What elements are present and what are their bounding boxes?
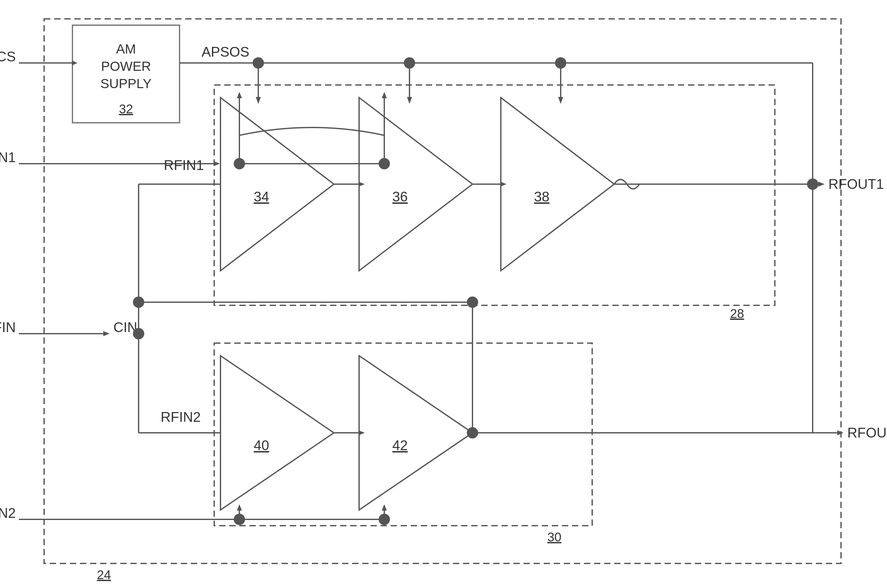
label-30: 30 (547, 530, 562, 544)
label-38: 38 (534, 189, 550, 204)
label-28: 28 (730, 307, 744, 321)
am-power-supply-label: AM (116, 42, 136, 56)
apscs-label: APSCS (0, 49, 16, 64)
label-42: 42 (392, 438, 408, 453)
rfin1-label: RFIN1 (164, 158, 204, 173)
cin-upper-junction (133, 297, 144, 308)
svg-text:SUPPLY: SUPPLY (101, 76, 152, 91)
svg-text:POWER: POWER (101, 59, 151, 74)
label-40: 40 (254, 438, 269, 453)
rfin2-label: RFIN2 (161, 409, 201, 424)
label-34: 34 (254, 189, 269, 204)
apsos-label: APSOS (201, 44, 250, 60)
rfout1-label: RFOUT1 (828, 176, 884, 192)
crfin-label: CRFIN (0, 320, 16, 335)
rfout2-label: RFOUT2 (847, 425, 887, 440)
label-36: 36 (392, 189, 408, 204)
label-24: 24 (97, 568, 111, 582)
diagram-container: 24 AM POWER SUPPLY 32 28 30 34 36 (0, 0, 887, 588)
label-32: 32 (119, 102, 133, 116)
paen2-label: PAEN2 (0, 505, 16, 520)
paen1-label: PAEN1 (0, 150, 16, 165)
